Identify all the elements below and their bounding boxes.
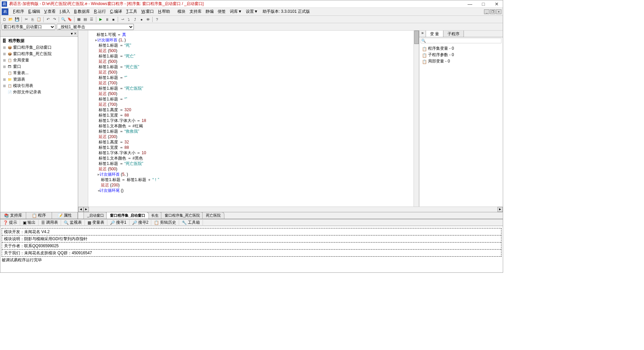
code-line[interactable]: ◂计次循环尾 () xyxy=(91,188,411,193)
menu-extra-item[interactable]: 静编 xyxy=(204,9,216,14)
tab-variables[interactable]: 变 量 xyxy=(426,31,443,37)
code-line[interactable]: 标签1.文本颜色 ＝ #红褐 xyxy=(91,123,411,129)
code-line[interactable]: 延迟 (700) xyxy=(91,102,411,107)
editor-hscrollbar[interactable]: ◄ ► ► xyxy=(78,207,503,212)
code-line[interactable]: 标签1.标题 ＝ “” xyxy=(91,75,411,80)
expand-icon[interactable]: ⊞ xyxy=(2,46,6,49)
code-line[interactable]: 标签1.字体.字体大小 ＝ 18 xyxy=(91,118,411,123)
paste-icon[interactable]: 📋 xyxy=(36,17,42,22)
mdi-minimize-button[interactable]: _ xyxy=(484,9,489,14)
form-icon[interactable]: ▦ xyxy=(76,17,82,22)
code-line[interactable]: 标签1.标题 ＝ “死亡医院” xyxy=(91,86,411,91)
code-line[interactable]: 标签1.标题 ＝ “” xyxy=(91,96,411,102)
tree-node[interactable]: 📋常量表... xyxy=(1,70,77,76)
code-line[interactable]: 延迟 (200) xyxy=(91,182,411,188)
bottom-tab[interactable]: ▦变量表 xyxy=(85,219,107,226)
help-icon[interactable]: ? xyxy=(154,17,160,22)
run-icon[interactable]: ▶ xyxy=(98,17,103,22)
code-line[interactable]: 标签1.标题 ＝ “死亡医” xyxy=(91,64,411,70)
tree-node[interactable]: 📄外部文件记录表 xyxy=(1,89,77,95)
menu-item[interactable]: H.帮助 xyxy=(156,9,172,14)
menu-extra-item[interactable]: 词库▼ xyxy=(228,9,244,14)
editor-tab[interactable]: 死亡医院 xyxy=(202,212,224,219)
grid-icon[interactable]: ▤ xyxy=(83,17,88,22)
list-icon[interactable]: ☰ xyxy=(89,17,94,22)
tree-node[interactable]: ⊞📋全局变量 xyxy=(1,57,77,63)
tree-node[interactable]: ⊞📦窗口程序集_死亡医院 xyxy=(1,51,77,57)
mdi-close-button[interactable]: × xyxy=(496,9,501,14)
code-line[interactable]: 标签1.宽度 ＝ 88 xyxy=(91,113,411,118)
maximize-button[interactable]: □ xyxy=(479,1,488,7)
redo-icon[interactable]: ↷ xyxy=(52,17,57,22)
editor-tab[interactable]: 长生 xyxy=(148,212,162,219)
code-line[interactable]: 延迟 (500) xyxy=(91,59,411,64)
tree-node[interactable]: ⊞📋模块引用表 xyxy=(1,83,77,89)
pause-icon[interactable]: ⏸ xyxy=(104,17,110,22)
code-line[interactable]: 标签1.可视 ＝ 真 xyxy=(91,32,411,37)
menu-item[interactable]: C.编译 xyxy=(108,9,124,14)
expand-icon[interactable]: ⊞ xyxy=(2,58,6,62)
panel-pin-icon[interactable]: ▾ xyxy=(71,31,73,36)
code-line[interactable]: 标签1.高度 ＝ 320 xyxy=(91,107,411,113)
scroll-left-icon[interactable]: ◄ xyxy=(78,207,84,212)
procedure-select[interactable]: _按钮1_被单击 xyxy=(57,24,134,30)
panel-expand-icon[interactable]: » xyxy=(419,31,426,37)
expand-icon[interactable]: ⊞ xyxy=(2,65,6,69)
menu-item[interactable]: T.工具 xyxy=(124,9,139,14)
bottom-tab[interactable]: 🔧工具箱 xyxy=(179,219,203,226)
code-line[interactable]: 标签1.标题 ＝ “死” xyxy=(91,43,411,48)
bottom-tab[interactable]: 🔎搜寻1 xyxy=(107,219,129,226)
editor-tab[interactable]: _启动窗口 xyxy=(84,212,108,219)
undo-icon[interactable]: ↶ xyxy=(45,17,51,22)
watch-icon[interactable]: 👁 xyxy=(145,17,151,22)
breakpoint-icon[interactable]: ● xyxy=(139,17,144,22)
code-line[interactable]: 延迟 (500) xyxy=(91,48,411,53)
panel-close-icon[interactable]: × xyxy=(74,31,76,36)
close-button[interactable]: ✕ xyxy=(492,1,501,7)
variable-group[interactable]: 📋程序集变量 - 0 xyxy=(421,45,501,52)
menu-item[interactable]: E.编辑 xyxy=(26,9,42,14)
code-editor[interactable]: 标签1.可视 ＝ 真 ▸计次循环首 (1, ) 标签1.标题 ＝ “死” 延迟 … xyxy=(88,31,414,207)
stepout-icon[interactable]: ⤴ xyxy=(132,17,138,22)
bottom-tab[interactable]: 🔍监视表 xyxy=(61,219,85,226)
output-panel[interactable]: 模块开发：未闻花名 V4.2模块说明：阴影与模糊采用GDI引擎到内存指针关于作者… xyxy=(0,226,503,272)
expand-icon[interactable]: ⊞ xyxy=(2,78,6,81)
menu-item[interactable]: I.插入 xyxy=(58,9,72,14)
editor-tab[interactable]: 窗口程序集_启动窗口 xyxy=(106,212,149,219)
copy-icon[interactable]: ⎘ xyxy=(30,17,35,22)
find-icon[interactable]: 🔍 xyxy=(61,17,66,22)
code-line[interactable]: 延迟 (500) xyxy=(91,91,411,96)
save-icon[interactable]: 💾 xyxy=(14,17,20,22)
code-line[interactable]: ▸计次循环首 (1, ) xyxy=(91,37,411,43)
bottom-tab[interactable]: ☰调用表 xyxy=(39,219,61,226)
variable-search-input[interactable] xyxy=(421,38,501,43)
bottom-tab[interactable]: 📋剪辑历史 xyxy=(151,219,179,226)
variable-group[interactable]: 📋子程序参数 - 0 xyxy=(421,52,501,58)
menu-extra-item[interactable]: 设置▼ xyxy=(244,9,260,14)
code-line[interactable]: 延迟 (500) xyxy=(91,70,411,75)
tree-node[interactable]: ⊞📦窗口程序集_启动窗口 xyxy=(1,44,77,51)
menu-item[interactable]: W.窗口 xyxy=(139,9,156,14)
editor-tab[interactable]: 窗口程序集_死亡医院 xyxy=(161,212,204,219)
scroll-right-icon[interactable]: ► xyxy=(84,207,89,212)
code-line[interactable]: 标签1.标题 ＝ “死亡” xyxy=(91,53,411,59)
menu-extra-item[interactable]: 模块 xyxy=(175,9,187,14)
stepover-icon[interactable]: ⤻ xyxy=(120,17,125,22)
bookmark-icon[interactable]: 🔖 xyxy=(67,17,72,22)
tab-support-lib[interactable]: 📚支持库 xyxy=(0,212,26,219)
menu-item[interactable]: V.查看 xyxy=(42,9,58,14)
bottom-tab[interactable]: ❓提示 xyxy=(0,219,20,226)
tree-node[interactable]: ⊞🗔窗口 xyxy=(1,63,77,70)
expand-icon[interactable]: ⊞ xyxy=(2,84,6,88)
module-select[interactable]: 窗口程序集_启动窗口 xyxy=(2,24,55,30)
code-line[interactable]: ▸计次循环首 (5, ) xyxy=(91,172,411,177)
code-line[interactable]: 标签1.标题 ＝ “救救我” xyxy=(91,129,411,134)
scroll-end-icon[interactable]: ► xyxy=(497,207,503,212)
code-line[interactable]: 标签1.标题 ＝ 标签1.标题 ＋ “！” xyxy=(91,177,411,182)
code-line[interactable]: 标签1.宽度 ＝ 88 xyxy=(91,145,411,150)
variable-group[interactable]: 📋局部变量 - 0 xyxy=(421,58,501,64)
code-line[interactable]: 延迟 (200) xyxy=(91,134,411,139)
code-line[interactable]: 标签1.字体.字体大小 ＝ 10 xyxy=(91,150,411,156)
code-line[interactable]: 标签1.高度 ＝ 32 xyxy=(91,139,411,145)
code-line[interactable]: 标签1.标题 ＝ “死亡医院” xyxy=(91,161,411,166)
